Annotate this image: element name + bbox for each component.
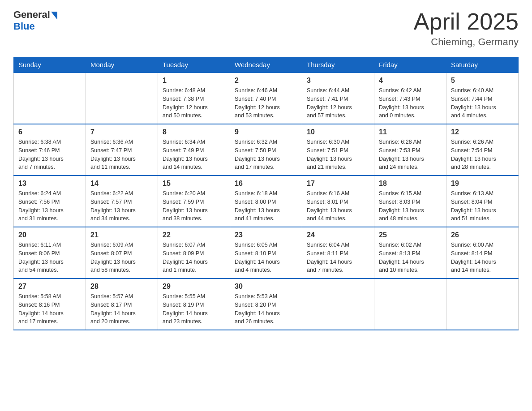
calendar-cell: 21Sunrise: 6:09 AMSunset: 8:07 PMDayligh… <box>86 227 158 278</box>
day-info: Sunrise: 6:00 AMSunset: 8:14 PMDaylight:… <box>451 241 514 274</box>
day-number: 24 <box>307 231 369 239</box>
calendar-cell: 2Sunrise: 6:46 AMSunset: 7:40 PMDaylight… <box>230 73 302 124</box>
day-info: Sunrise: 5:57 AMSunset: 8:17 PMDaylight:… <box>90 292 153 326</box>
page-title: April 2025 <box>414 9 519 34</box>
day-number: 3 <box>307 77 369 85</box>
calendar-day-header: Saturday <box>446 57 519 73</box>
day-info: Sunrise: 6:04 AMSunset: 8:11 PMDaylight:… <box>307 241 369 274</box>
calendar-cell: 10Sunrise: 6:30 AMSunset: 7:51 PMDayligh… <box>302 124 374 176</box>
day-info: Sunrise: 6:44 AMSunset: 7:41 PMDaylight:… <box>307 86 369 120</box>
day-number: 27 <box>18 283 81 291</box>
calendar-cell: 11Sunrise: 6:28 AMSunset: 7:53 PMDayligh… <box>374 124 446 176</box>
day-number: 19 <box>451 180 514 188</box>
day-info: Sunrise: 6:20 AMSunset: 7:59 PMDaylight:… <box>163 189 225 223</box>
calendar-week-row: 6Sunrise: 6:38 AMSunset: 7:46 PMDaylight… <box>14 124 519 176</box>
calendar-week-row: 20Sunrise: 6:11 AMSunset: 8:06 PMDayligh… <box>14 227 519 278</box>
calendar-cell: 3Sunrise: 6:44 AMSunset: 7:41 PMDaylight… <box>302 73 374 124</box>
calendar-cell: 29Sunrise: 5:55 AMSunset: 8:19 PMDayligh… <box>158 278 230 330</box>
day-number: 13 <box>18 180 81 188</box>
calendar-cell: 12Sunrise: 6:26 AMSunset: 7:54 PMDayligh… <box>446 124 519 176</box>
day-info: Sunrise: 6:30 AMSunset: 7:51 PMDaylight:… <box>307 138 369 171</box>
day-number: 26 <box>451 231 514 239</box>
day-info: Sunrise: 6:22 AMSunset: 7:57 PMDaylight:… <box>90 189 153 223</box>
day-number: 5 <box>451 77 514 85</box>
day-info: Sunrise: 6:46 AMSunset: 7:40 PMDaylight:… <box>235 86 297 120</box>
page-header: General Blue April 2025 Chieming, German… <box>13 9 519 48</box>
day-number: 28 <box>90 283 153 291</box>
calendar-cell: 28Sunrise: 5:57 AMSunset: 8:17 PMDayligh… <box>86 278 158 330</box>
calendar-cell: 18Sunrise: 6:15 AMSunset: 8:03 PMDayligh… <box>374 176 446 227</box>
calendar-cell <box>86 73 158 124</box>
day-number: 18 <box>379 180 442 188</box>
day-number: 4 <box>379 77 442 85</box>
calendar-cell: 19Sunrise: 6:13 AMSunset: 8:04 PMDayligh… <box>446 176 519 227</box>
page-subtitle: Chieming, Germany <box>414 36 519 48</box>
day-info: Sunrise: 6:24 AMSunset: 7:56 PMDaylight:… <box>18 189 81 223</box>
day-info: Sunrise: 6:02 AMSunset: 8:13 PMDaylight:… <box>379 241 442 274</box>
calendar-week-row: 27Sunrise: 5:58 AMSunset: 8:16 PMDayligh… <box>14 278 519 330</box>
day-info: Sunrise: 5:55 AMSunset: 8:19 PMDaylight:… <box>163 292 225 326</box>
day-number: 11 <box>379 128 442 136</box>
day-info: Sunrise: 5:53 AMSunset: 8:20 PMDaylight:… <box>235 292 297 326</box>
day-number: 30 <box>235 283 297 291</box>
day-number: 25 <box>379 231 442 239</box>
day-info: Sunrise: 6:18 AMSunset: 8:00 PMDaylight:… <box>235 189 297 223</box>
day-number: 15 <box>163 180 225 188</box>
calendar-cell: 15Sunrise: 6:20 AMSunset: 7:59 PMDayligh… <box>158 176 230 227</box>
day-info: Sunrise: 6:11 AMSunset: 8:06 PMDaylight:… <box>18 241 81 274</box>
day-info: Sunrise: 6:38 AMSunset: 7:46 PMDaylight:… <box>18 138 81 171</box>
day-info: Sunrise: 6:28 AMSunset: 7:53 PMDaylight:… <box>379 138 442 171</box>
day-info: Sunrise: 6:07 AMSunset: 8:09 PMDaylight:… <box>163 241 225 274</box>
day-number: 9 <box>235 128 297 136</box>
calendar-cell <box>374 278 446 330</box>
day-info: Sunrise: 6:26 AMSunset: 7:54 PMDaylight:… <box>451 138 514 171</box>
day-number: 6 <box>18 128 81 136</box>
calendar-cell: 9Sunrise: 6:32 AMSunset: 7:50 PMDaylight… <box>230 124 302 176</box>
day-info: Sunrise: 6:15 AMSunset: 8:03 PMDaylight:… <box>379 189 442 223</box>
calendar-day-header: Tuesday <box>158 57 230 73</box>
logo-general-text: General <box>13 9 50 21</box>
calendar-cell: 13Sunrise: 6:24 AMSunset: 7:56 PMDayligh… <box>14 176 86 227</box>
calendar-cell: 4Sunrise: 6:42 AMSunset: 7:43 PMDaylight… <box>374 73 446 124</box>
day-number: 10 <box>307 128 369 136</box>
day-number: 12 <box>451 128 514 136</box>
day-info: Sunrise: 6:40 AMSunset: 7:44 PMDaylight:… <box>451 86 514 120</box>
day-info: Sunrise: 6:34 AMSunset: 7:49 PMDaylight:… <box>163 138 225 171</box>
day-info: Sunrise: 6:13 AMSunset: 8:04 PMDaylight:… <box>451 189 514 223</box>
day-number: 1 <box>163 77 225 85</box>
day-info: Sunrise: 6:16 AMSunset: 8:01 PMDaylight:… <box>307 189 369 223</box>
day-number: 14 <box>90 180 153 188</box>
calendar-cell: 20Sunrise: 6:11 AMSunset: 8:06 PMDayligh… <box>14 227 86 278</box>
day-number: 16 <box>235 180 297 188</box>
day-info: Sunrise: 6:36 AMSunset: 7:47 PMDaylight:… <box>90 138 153 171</box>
calendar-cell: 17Sunrise: 6:16 AMSunset: 8:01 PMDayligh… <box>302 176 374 227</box>
calendar-cell: 30Sunrise: 5:53 AMSunset: 8:20 PMDayligh… <box>230 278 302 330</box>
day-info: Sunrise: 6:32 AMSunset: 7:50 PMDaylight:… <box>235 138 297 171</box>
day-number: 22 <box>163 231 225 239</box>
day-number: 29 <box>163 283 225 291</box>
logo-blue-text: Blue <box>13 21 35 32</box>
day-number: 8 <box>163 128 225 136</box>
calendar-cell: 26Sunrise: 6:00 AMSunset: 8:14 PMDayligh… <box>446 227 519 278</box>
calendar-week-row: 13Sunrise: 6:24 AMSunset: 7:56 PMDayligh… <box>14 176 519 227</box>
title-section: April 2025 Chieming, Germany <box>414 9 519 48</box>
day-number: 23 <box>235 231 297 239</box>
calendar-cell: 22Sunrise: 6:07 AMSunset: 8:09 PMDayligh… <box>158 227 230 278</box>
calendar-cell: 24Sunrise: 6:04 AMSunset: 8:11 PMDayligh… <box>302 227 374 278</box>
day-number: 7 <box>90 128 153 136</box>
calendar-cell: 27Sunrise: 5:58 AMSunset: 8:16 PMDayligh… <box>14 278 86 330</box>
calendar-cell <box>446 278 519 330</box>
day-number: 21 <box>90 231 153 239</box>
day-number: 2 <box>235 77 297 85</box>
day-number: 20 <box>18 231 81 239</box>
calendar-day-header: Monday <box>86 57 158 73</box>
calendar-cell: 16Sunrise: 6:18 AMSunset: 8:00 PMDayligh… <box>230 176 302 227</box>
day-info: Sunrise: 6:09 AMSunset: 8:07 PMDaylight:… <box>90 241 153 274</box>
calendar-day-header: Sunday <box>14 57 86 73</box>
calendar-cell: 14Sunrise: 6:22 AMSunset: 7:57 PMDayligh… <box>86 176 158 227</box>
logo: General Blue <box>13 9 57 32</box>
day-info: Sunrise: 6:42 AMSunset: 7:43 PMDaylight:… <box>379 86 442 120</box>
calendar-cell: 6Sunrise: 6:38 AMSunset: 7:46 PMDaylight… <box>14 124 86 176</box>
calendar-cell: 25Sunrise: 6:02 AMSunset: 8:13 PMDayligh… <box>374 227 446 278</box>
calendar-day-header: Thursday <box>302 57 374 73</box>
